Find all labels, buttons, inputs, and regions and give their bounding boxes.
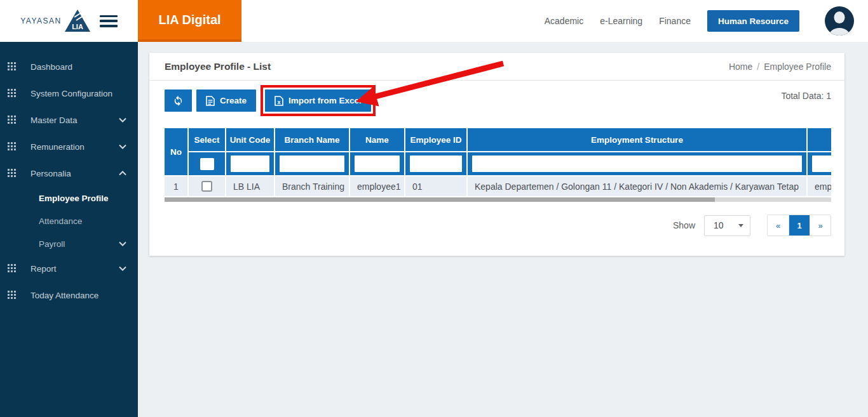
grid-icon — [8, 264, 17, 273]
svg-text:LIA: LIA — [72, 23, 83, 30]
sidebar-subitem-employee-profile[interactable]: Employee Profile — [0, 187, 138, 209]
col-branch-name: Branch Name — [275, 128, 349, 151]
caret-down-icon — [738, 224, 743, 227]
page-title: Employee Profile - List — [165, 61, 271, 72]
row-checkbox[interactable] — [201, 181, 212, 192]
col-unit-code: Unit Code — [226, 128, 274, 151]
col-select: Select — [189, 128, 225, 151]
table-filter-row — [165, 152, 831, 175]
top-nav: Academic e-Learning Finance Human Resour… — [545, 6, 868, 36]
nav-human-resource-button[interactable]: Human Resource — [707, 10, 799, 32]
top-header: YAYASAN LIA LIA Digital Academic e-Learn… — [0, 0, 868, 42]
filter-email-input[interactable] — [812, 156, 831, 172]
chevron-down-icon — [119, 241, 126, 246]
show-label: Show — [673, 220, 695, 230]
filter-branch-name-input[interactable] — [280, 156, 344, 172]
col-name: Name — [350, 128, 404, 151]
select-all-cell — [189, 152, 225, 175]
grid-icon — [8, 89, 17, 98]
table-row: 1 LB LIA Branch Training employee1 01 Ke… — [165, 176, 831, 196]
brand-banner: LIA Digital — [138, 0, 241, 42]
logo-yayasan-text: YAYASAN — [20, 17, 62, 25]
pagination-group: « 1 » — [767, 215, 831, 236]
chevron-down-icon — [119, 144, 126, 149]
cell-email: emp1@ — [808, 176, 831, 196]
pagination-row: Show 10 « 1 » — [149, 215, 831, 236]
lia-triangle-logo-icon: LIA — [64, 9, 91, 33]
next-page-button[interactable]: » — [810, 215, 831, 235]
col-email — [808, 128, 831, 151]
main-content: Employee Profile - List Home / Employee … — [138, 42, 868, 417]
import-from-excel-button[interactable]: x Import from Excel — [265, 89, 371, 112]
breadcrumb-current: Employee Profile — [764, 62, 831, 72]
chevron-down-icon — [119, 266, 126, 271]
grid-icon — [8, 62, 17, 71]
page-size-select[interactable]: 10 — [704, 215, 750, 236]
nav-finance[interactable]: Finance — [659, 16, 691, 26]
avatar-silhouette-icon — [834, 11, 845, 23]
breadcrumb-home[interactable]: Home — [729, 62, 752, 72]
filter-unit-code-input[interactable] — [231, 156, 269, 172]
grid-icon — [8, 142, 17, 151]
breadcrumb-separator: / — [757, 62, 759, 72]
grid-icon — [8, 116, 17, 124]
total-data-label: Total Data: 1 — [781, 91, 831, 101]
col-no: No — [165, 128, 187, 175]
horizontal-scrollbar[interactable] — [165, 197, 831, 202]
sidebar-subitem-payroll[interactable]: Payroll — [0, 232, 138, 255]
cell-unit-code: LB LIA — [226, 176, 274, 196]
cell-branch-name: Branch Training — [275, 176, 349, 196]
select-all-checkbox[interactable] — [200, 158, 214, 170]
document-icon — [206, 96, 215, 106]
sidebar-nav: Dashboard System Configuration Master Da… — [0, 42, 138, 417]
cell-name: employee1 — [350, 176, 404, 196]
employee-table: No Select Unit Code Branch Name Name Emp… — [165, 128, 831, 196]
toolbar: Create x Import from Excel Total Data: 1 — [165, 89, 831, 120]
sidebar-item-master-data[interactable]: Master Data — [0, 107, 138, 133]
brand-title: LIA Digital — [158, 13, 220, 27]
sidebar-item-report[interactable]: Report — [0, 255, 138, 282]
grid-icon — [8, 169, 17, 178]
menu-toggle-icon[interactable] — [100, 15, 118, 27]
sidebar-item-today-attendance[interactable]: Today Attendance — [0, 282, 138, 308]
yayasan-lia-logo: YAYASAN LIA — [20, 9, 91, 33]
cell-employment-structure: Kepala Departemen / Golongan 11 / Katego… — [468, 176, 806, 196]
refresh-icon — [173, 95, 184, 106]
sidebar-subitem-attendance[interactable]: Attendance — [0, 209, 138, 232]
col-employee-id: Employee ID — [405, 128, 466, 151]
filter-name-input[interactable] — [355, 156, 400, 172]
create-button[interactable]: Create — [196, 89, 256, 112]
employee-table-wrapper: No Select Unit Code Branch Name Name Emp… — [165, 128, 831, 196]
filter-employment-structure-input[interactable] — [472, 156, 802, 172]
annotation-highlight-box: x Import from Excel — [261, 85, 376, 116]
excel-file-icon: x — [275, 96, 283, 106]
sidebar-item-remuneration[interactable]: Remuneration — [0, 133, 138, 160]
cell-select — [189, 176, 225, 196]
sidebar-item-system-configuration[interactable]: System Configuration — [0, 80, 138, 107]
chevron-up-icon — [119, 171, 126, 176]
prev-page-button[interactable]: « — [768, 215, 789, 235]
page-1-button[interactable]: 1 — [789, 215, 810, 235]
grid-icon — [8, 291, 17, 300]
sidebar-item-personalia[interactable]: Personalia — [0, 160, 138, 187]
chevron-down-icon — [119, 117, 126, 122]
svg-text:x: x — [278, 99, 281, 105]
employee-profile-card: Employee Profile - List Home / Employee … — [149, 53, 844, 256]
logo-zone: YAYASAN LIA — [0, 0, 138, 42]
page-size-value: 10 — [714, 220, 724, 230]
cell-employee-id: 01 — [405, 176, 466, 196]
nav-elearning[interactable]: e-Learning — [600, 16, 642, 26]
sidebar-item-dashboard[interactable]: Dashboard — [0, 53, 138, 80]
nav-academic[interactable]: Academic — [545, 16, 583, 26]
filter-employee-id-input[interactable] — [410, 156, 462, 172]
table-header-row: No Select Unit Code Branch Name Name Emp… — [165, 128, 831, 151]
user-avatar[interactable] — [825, 6, 854, 36]
refresh-button[interactable] — [165, 89, 192, 112]
card-header: Employee Profile - List Home / Employee … — [149, 53, 844, 81]
breadcrumb: Home / Employee Profile — [729, 62, 831, 72]
cell-no: 1 — [165, 176, 187, 196]
col-employment-structure: Employment Structure — [468, 128, 806, 151]
scrollbar-thumb[interactable] — [165, 197, 715, 202]
